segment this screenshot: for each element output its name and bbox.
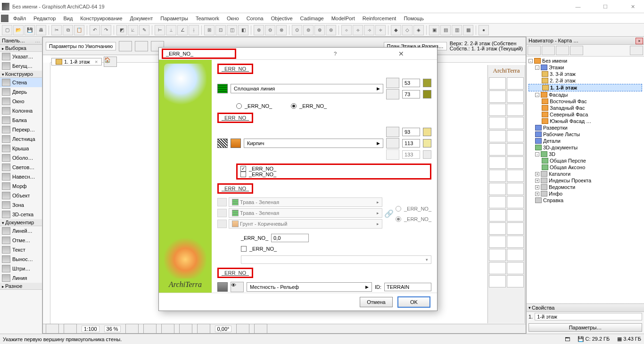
cs-btn2[interactable]	[64, 324, 77, 334]
cs-btn3[interactable]	[125, 324, 139, 334]
tb-last[interactable]: ●	[479, 25, 489, 35]
at-btn-31[interactable]	[489, 275, 506, 287]
cs-btn8[interactable]	[236, 324, 249, 334]
tree-persp[interactable]: Общая Перспе	[528, 157, 642, 164]
linetype-select[interactable]: Сплошная линия▶	[231, 84, 383, 93]
tb-x1[interactable]: ⊕	[254, 25, 264, 35]
tb-x3[interactable]: ⊗	[276, 25, 287, 35]
tool-label[interactable]: Вынос…	[0, 254, 42, 264]
pen-top-value[interactable]: 53	[402, 79, 420, 87]
at-btn-4[interactable]	[507, 90, 524, 103]
tb-x2[interactable]: ⊖	[265, 25, 275, 35]
canvas-home-button[interactable]: 🏠	[104, 57, 117, 67]
angle-box[interactable]: 0,00°	[215, 326, 232, 332]
menu-corona[interactable]: Corona	[243, 16, 267, 21]
tool-curtain[interactable]: Навесн…	[0, 172, 42, 181]
menu-design[interactable]: Конструирование	[76, 16, 126, 21]
at-btn-28[interactable]	[507, 249, 524, 261]
at-btn-30[interactable]	[507, 262, 524, 274]
at-btn-11[interactable]	[489, 143, 506, 156]
menu-view[interactable]: Вид	[59, 16, 76, 21]
cutpen-1-value[interactable]: 93	[402, 128, 420, 136]
tb-dim3[interactable]: ∠	[177, 25, 188, 35]
tool-zone[interactable]: Зона	[0, 200, 42, 210]
cutfill-icon[interactable]	[217, 139, 228, 148]
tool-window[interactable]: Окно	[0, 97, 42, 106]
menu-teamwork[interactable]: Teamwork	[192, 16, 223, 21]
tree-ved[interactable]: +Ведомости	[528, 184, 642, 190]
maximize-button[interactable]: ☐	[596, 1, 615, 12]
tb-z1[interactable]: ⟐	[341, 25, 352, 35]
tool-shell[interactable]: Оболо…	[0, 153, 42, 163]
tb-undo[interactable]: ↶	[90, 25, 100, 35]
depth-input[interactable]: 0,0	[271, 234, 309, 242]
cutpen-2-icon[interactable]	[386, 138, 399, 148]
tree-fa1[interactable]: Восточный Фас	[528, 98, 642, 105]
tool-level[interactable]: Отме…	[0, 236, 42, 245]
id-input[interactable]	[384, 283, 431, 291]
chk-opt1[interactable]: _ERR_NO_	[240, 166, 427, 172]
cs-btn4[interactable]	[143, 324, 157, 334]
ib-btn2[interactable]	[135, 41, 148, 51]
at-btn-8[interactable]	[507, 117, 524, 129]
ok-button[interactable]: OK	[397, 296, 430, 308]
tree-idx[interactable]: +Индексы Проекта	[528, 177, 642, 184]
tb-dim4[interactable]: ⟊	[189, 25, 199, 35]
cutpen-2-value[interactable]: 113	[402, 139, 420, 147]
at-btn-29[interactable]	[489, 262, 506, 274]
tb-misc1[interactable]: ◩	[116, 25, 127, 35]
pen-top-icon[interactable]	[386, 78, 399, 88]
tb-grp1[interactable]: ⊞	[204, 25, 215, 35]
tool-dim-lin[interactable]: Линей…	[0, 226, 42, 236]
at-btn-17[interactable]	[489, 183, 506, 195]
chk-opt2[interactable]: _ERR_NO_	[240, 172, 427, 177]
menu-window[interactable]: Окно	[223, 16, 243, 21]
tree-f3[interactable]: 3. 3-й этаж	[528, 71, 642, 77]
tree-razv[interactable]: Развертки	[528, 124, 642, 131]
canvas-tab[interactable]: 1. 1-й этаж×	[51, 58, 102, 66]
at-btn-16[interactable]	[507, 170, 524, 182]
tool-column[interactable]: Колонна	[0, 106, 42, 115]
tree-fa4[interactable]: Южный Фасад …	[528, 118, 642, 124]
radio-opt1[interactable]: _ERR_NO_	[236, 103, 272, 109]
tb-misc3[interactable]: ✎	[139, 25, 149, 35]
tool-mesh[interactable]: 3D-сетка	[0, 210, 42, 219]
tree-rab[interactable]: Рабочие Листы	[528, 131, 642, 138]
at-btn-22[interactable]	[507, 209, 524, 221]
menu-help[interactable]: Помощь	[400, 16, 428, 21]
fill-pattern-icon[interactable]	[217, 84, 228, 93]
cutpen-2-color[interactable]	[423, 139, 431, 147]
tool-morph[interactable]: Морф	[0, 181, 42, 191]
tb-a1[interactable]: ◆	[391, 25, 401, 35]
zoom-box[interactable]: 36 %	[104, 326, 121, 332]
at-btn-24[interactable]	[507, 222, 524, 235]
at-btn-20[interactable]	[507, 196, 524, 208]
cs-btn1[interactable]	[46, 324, 59, 334]
tb-b3[interactable]: ▥	[452, 25, 462, 35]
tool-marquee[interactable]: Бегущ…	[0, 61, 42, 71]
pen-top-color[interactable]	[423, 79, 431, 87]
tb-z2[interactable]: ⟡	[353, 25, 363, 35]
tb-print[interactable]: 🖶	[36, 25, 46, 35]
cs-btn5[interactable]	[161, 324, 174, 334]
menu-edit[interactable]: Редактор	[30, 16, 59, 21]
cs-btn9[interactable]	[254, 324, 267, 334]
tb-b4[interactable]: ▦	[463, 25, 473, 35]
tree-fa3[interactable]: Северный Фаса	[528, 111, 642, 118]
tree-cat[interactable]: +Каталоги	[528, 171, 642, 177]
tree-3ddoc[interactable]: 3D-документы	[528, 144, 642, 151]
tree-root[interactable]: -Без имени	[528, 57, 642, 64]
tool-roof[interactable]: Крыша	[0, 144, 42, 153]
tb-a3[interactable]: ◈	[413, 25, 424, 35]
ib-btn1[interactable]	[119, 41, 132, 51]
tb-y4[interactable]: ⊜	[326, 25, 336, 35]
pen-bot-value[interactable]: 73	[402, 90, 420, 98]
tb-dim1[interactable]: ⊢	[155, 25, 165, 35]
radio-opt2[interactable]: _ERR_NO_	[291, 103, 327, 109]
navtab-4[interactable]	[570, 46, 583, 55]
tree-fa2[interactable]: Западный Фас	[528, 105, 642, 111]
at-btn-7[interactable]	[489, 117, 506, 129]
menu-reinforcement[interactable]: Reinforcement	[359, 16, 400, 21]
tree-info[interactable]: +Инфо	[528, 190, 642, 197]
tb-open[interactable]: 📂	[13, 25, 24, 35]
